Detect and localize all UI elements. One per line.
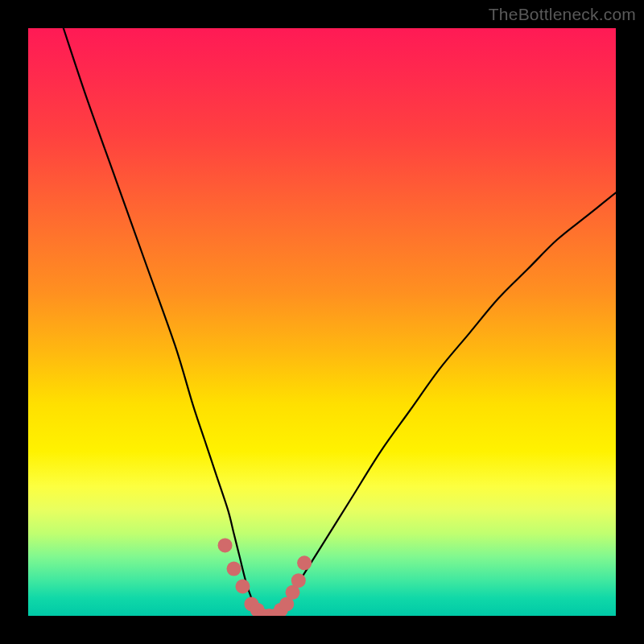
chart-container: TheBottleneck.com — [0, 0, 644, 644]
bottleneck-curve-line — [64, 28, 616, 616]
highlight-dot — [297, 555, 312, 570]
highlight-dot — [218, 538, 233, 552]
bottleneck-curve-svg — [28, 28, 616, 616]
plot-area — [28, 28, 616, 616]
attribution-label: TheBottleneck.com — [489, 5, 636, 24]
highlight-dots-group — [218, 538, 312, 616]
highlight-dot — [235, 580, 250, 594]
highlight-dot — [227, 562, 242, 576]
highlight-dot — [291, 573, 306, 588]
